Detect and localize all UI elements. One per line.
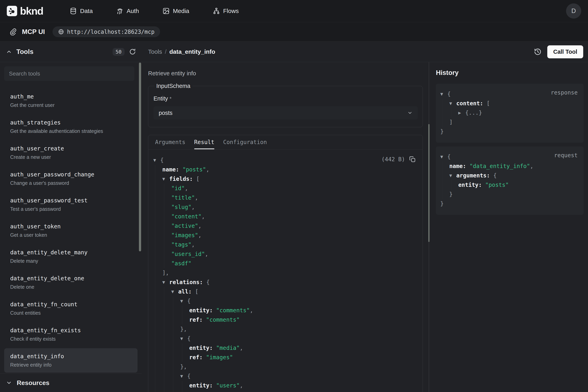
- json-line: ref: "users": [153, 390, 416, 392]
- tab-result[interactable]: Result: [190, 135, 219, 149]
- json-line: "content",: [153, 212, 416, 221]
- collapse-triangle-icon[interactable]: ▼: [440, 152, 447, 162]
- server-url: http://localhost:28623/mcp: [67, 28, 155, 35]
- indent-guide: [171, 296, 180, 306]
- tool-description: Get the current user: [10, 102, 132, 108]
- resources-label: Resources: [17, 379, 49, 386]
- indent-guide: [162, 287, 171, 296]
- history-clock-icon[interactable]: [534, 48, 542, 56]
- indent-guide: [171, 334, 180, 343]
- indent-guide: [162, 362, 171, 372]
- sidebar-item-auth_me[interactable]: auth_meGet the current user: [4, 88, 138, 113]
- indent-guide: [162, 372, 171, 381]
- sidebar-item-data_entity_fn_exists[interactable]: data_entity_fn_existsCheck if entity exi…: [4, 322, 138, 347]
- bknd-logo[interactable]: bknd: [7, 5, 43, 17]
- user-avatar[interactable]: D: [566, 4, 581, 18]
- sidebar-item-auth_strategies[interactable]: auth_strategiesGet the available authent…: [4, 114, 138, 139]
- indent-guide: [162, 381, 171, 390]
- indent-guide: [153, 334, 162, 343]
- tab-arguments[interactable]: Arguments: [151, 135, 190, 149]
- result-meta: (442 B): [382, 156, 416, 163]
- resources-section-header[interactable]: Resources: [0, 374, 142, 392]
- collapse-triangle-icon[interactable]: ▼: [162, 174, 169, 184]
- chevron-down-icon: [407, 110, 412, 116]
- tool-description: Retrieve entity info: [148, 70, 423, 77]
- server-url-pill[interactable]: http://localhost:28623/mcp: [52, 26, 160, 37]
- chevron-up-icon[interactable]: [6, 49, 12, 55]
- call-tool-button[interactable]: Call Tool: [547, 45, 583, 58]
- sidebar-item-auth_user_password_change[interactable]: auth_user_password_changeChange a user's…: [4, 166, 138, 191]
- tools-panel-header: Tools 50: [0, 42, 142, 62]
- indent-guide: [153, 268, 162, 278]
- tool-name: auth_user_token: [10, 223, 132, 230]
- collapse-triangle-icon[interactable]: ▼: [449, 99, 456, 108]
- tool-name: data_entity_delete_one: [10, 275, 132, 282]
- sidebar-item-data_entity_delete_one[interactable]: data_entity_delete_oneDelete one: [4, 270, 138, 295]
- collapse-triangle-icon[interactable]: ▼: [180, 334, 187, 343]
- breadcrumb-root[interactable]: Tools: [148, 48, 162, 55]
- sidebar-item-auth_user_token[interactable]: auth_user_tokenGet a user token: [4, 218, 138, 243]
- indent-guide: [153, 202, 162, 212]
- tools-section-title: Tools: [16, 48, 33, 56]
- copy-icon[interactable]: [409, 156, 416, 163]
- indent-guide: [153, 174, 162, 184]
- fingerprint-icon: [116, 8, 124, 14]
- tool-description: Get a user token: [10, 232, 132, 238]
- history-response-card[interactable]: response▼{▼content: [▶{...}]}: [436, 84, 584, 143]
- json-line: "id",: [153, 184, 416, 193]
- mcp-header-bar: MCP UI http://localhost:28623/mcp: [0, 22, 588, 42]
- collapse-triangle-icon[interactable]: ▼: [180, 296, 187, 306]
- entity-select[interactable]: posts: [154, 106, 418, 120]
- indent-guide: [171, 390, 180, 392]
- sidebar-item-data_entity_info[interactable]: data_entity_infoRetrieve entity info: [4, 348, 138, 372]
- collapse-triangle-icon[interactable]: ▼: [180, 372, 187, 381]
- nav-item-data[interactable]: Data: [70, 8, 93, 14]
- indent-guide: [180, 315, 189, 324]
- nav-item-label: Data: [80, 8, 93, 14]
- logo-text: bknd: [20, 5, 43, 17]
- indent-guide: [171, 372, 180, 381]
- image-icon: [163, 8, 170, 14]
- indent-guide: [162, 296, 171, 306]
- tool-description: Delete many: [10, 258, 132, 264]
- indent-guide: [153, 306, 162, 315]
- history-request-card[interactable]: request▼{name: "data_entity_info",▼argum…: [436, 146, 584, 215]
- sidebar-scrollbar[interactable]: [139, 62, 141, 251]
- collapse-triangle-icon[interactable]: ▼: [171, 287, 178, 296]
- search-input[interactable]: [4, 66, 134, 81]
- nav-item-flows[interactable]: Flows: [213, 8, 239, 14]
- json-line: ],: [153, 268, 416, 278]
- entity-field-label: Entity*: [154, 95, 418, 102]
- sidebar-item-data_entity_delete_many[interactable]: data_entity_delete_manyDelete many: [4, 244, 138, 269]
- indent-guide: [171, 343, 180, 353]
- card-type-label: response: [551, 89, 578, 96]
- sidebar-item-auth_user_create[interactable]: auth_user_createCreate a new user: [4, 140, 138, 165]
- tool-name: auth_user_password_change: [10, 171, 132, 178]
- history-cards: response▼{▼content: [▶{...}]}request▼{na…: [436, 84, 584, 215]
- sidebar-item-data_entity_fn_count[interactable]: data_entity_fn_countCount entities: [4, 296, 138, 321]
- indent-guide: [162, 315, 171, 324]
- json-line: "users_id",: [153, 249, 416, 259]
- tab-configuration[interactable]: Configuration: [219, 135, 271, 149]
- json-line: entity: "media",: [153, 343, 416, 353]
- indent-guide: [162, 212, 171, 221]
- indent-guide: [171, 381, 180, 390]
- collapse-triangle-icon[interactable]: ▼: [162, 278, 169, 287]
- indent-guide: [171, 362, 180, 372]
- tool-description: Change a user's password: [10, 180, 132, 186]
- main-scrollbar[interactable]: [428, 124, 429, 242]
- nav-item-auth[interactable]: Auth: [116, 8, 139, 14]
- collapse-triangle-icon[interactable]: ▼: [153, 156, 160, 165]
- sidebar-item-auth_user_password_test[interactable]: auth_user_password_testTest a user's pas…: [4, 192, 138, 217]
- tool-name: auth_user_password_test: [10, 197, 132, 204]
- refresh-icon[interactable]: [129, 48, 136, 55]
- nav-item-media[interactable]: Media: [163, 8, 189, 14]
- result-card: ArgumentsResultConfiguration (442 B) ▼{n…: [148, 135, 423, 392]
- collapse-triangle-icon[interactable]: ▼: [440, 89, 447, 99]
- json-line: ]: [440, 118, 578, 127]
- indent-guide: [440, 190, 449, 199]
- indent-guide: [180, 390, 189, 392]
- expand-triangle-icon[interactable]: ▶: [458, 108, 465, 118]
- collapse-triangle-icon[interactable]: ▼: [449, 171, 456, 180]
- indent-guide: [180, 343, 189, 353]
